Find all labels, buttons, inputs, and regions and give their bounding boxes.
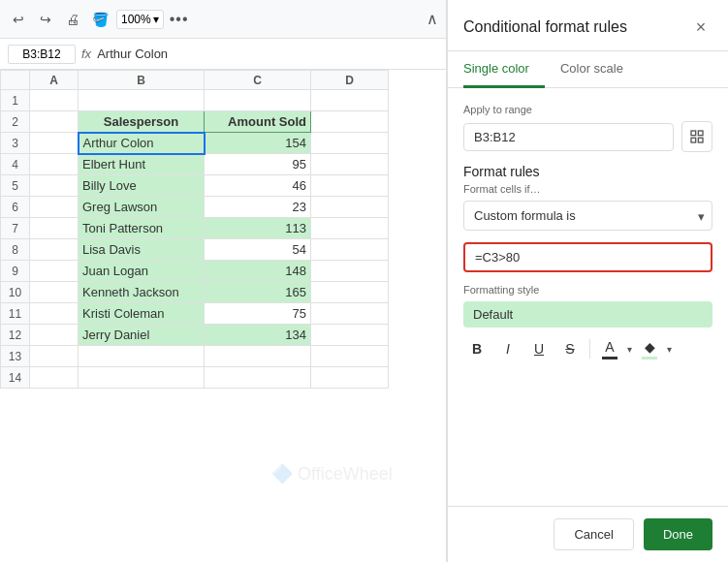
cell-a11[interactable] bbox=[30, 303, 79, 325]
row-header-4: 4 bbox=[1, 154, 30, 175]
row-header-8: 8 bbox=[1, 239, 30, 261]
cell-a5[interactable] bbox=[30, 175, 79, 197]
format-condition-dropdown-wrapper: Custom formula is Is empty Is not empty … bbox=[463, 201, 712, 231]
cell-c1[interactable] bbox=[205, 90, 311, 111]
formula-content: Arthur Colon bbox=[97, 47, 438, 61]
strikethrough-button[interactable]: S bbox=[556, 335, 584, 362]
cell-a6[interactable] bbox=[30, 197, 79, 218]
cell-d11[interactable] bbox=[311, 303, 389, 325]
cell-c9[interactable]: 148 bbox=[205, 261, 311, 282]
cell-a3[interactable] bbox=[30, 133, 79, 154]
fx-icon: fx bbox=[81, 47, 91, 61]
cell-b11[interactable]: Kristi Coleman bbox=[79, 303, 205, 325]
format-condition-dropdown[interactable]: Custom formula is Is empty Is not empty … bbox=[463, 201, 712, 231]
cancel-button[interactable]: Cancel bbox=[554, 518, 633, 550]
cell-d6[interactable] bbox=[311, 197, 389, 218]
cell-c6[interactable]: 23 bbox=[205, 197, 311, 218]
bold-button[interactable]: B bbox=[463, 335, 491, 362]
cell-b7[interactable]: Toni Patterson bbox=[79, 218, 205, 239]
cell-a7[interactable] bbox=[30, 218, 79, 239]
cell-a13[interactable] bbox=[30, 346, 79, 367]
cell-c11[interactable]: 75 bbox=[205, 303, 311, 325]
cell-b3[interactable]: Arthur Colon bbox=[79, 133, 205, 154]
close-panel-button[interactable]: × bbox=[689, 16, 712, 39]
cell-d8[interactable] bbox=[311, 239, 389, 261]
italic-button[interactable]: I bbox=[494, 335, 522, 362]
cell-c2[interactable]: Amount Sold bbox=[205, 111, 311, 133]
paint-format-button[interactable]: 🪣 bbox=[89, 9, 111, 30]
cell-b12[interactable]: Jerry Daniel bbox=[79, 325, 205, 346]
cell-b6[interactable]: Greg Lawson bbox=[79, 197, 205, 218]
col-header-d[interactable]: D bbox=[311, 71, 389, 90]
cell-c10[interactable]: 165 bbox=[205, 282, 311, 303]
format-rules-label: Format rules bbox=[463, 164, 712, 179]
more-options-button[interactable]: ••• bbox=[170, 11, 189, 28]
zoom-value: 100% bbox=[121, 13, 151, 26]
default-style-preview: Default bbox=[463, 301, 712, 328]
cell-b14[interactable] bbox=[79, 367, 205, 389]
text-color-arrow[interactable]: ▾ bbox=[627, 344, 632, 355]
cell-c12[interactable]: 134 bbox=[205, 325, 311, 346]
cell-a14[interactable] bbox=[30, 367, 79, 389]
tab-color-scale[interactable]: Color scale bbox=[545, 51, 639, 88]
done-button[interactable]: Done bbox=[644, 518, 712, 550]
cell-d4[interactable] bbox=[311, 154, 389, 175]
row-header-9: 9 bbox=[1, 261, 30, 282]
cell-b10[interactable]: Kenneth Jackson bbox=[79, 282, 205, 303]
cell-d14[interactable] bbox=[311, 367, 389, 389]
fill-color-button[interactable]: ◆ bbox=[636, 335, 663, 362]
cell-c3[interactable]: 154 bbox=[205, 133, 311, 154]
cell-c4[interactable]: 95 bbox=[205, 154, 311, 175]
cell-b8[interactable]: Lisa Davis bbox=[79, 239, 205, 261]
cell-d7[interactable] bbox=[311, 218, 389, 239]
cell-c14[interactable] bbox=[205, 367, 311, 389]
cell-b9[interactable]: Juan Logan bbox=[79, 261, 205, 282]
cell-b2[interactable]: Salesperson bbox=[79, 111, 205, 133]
spreadsheet-area: ↩ ↪ 🖨 🪣 100% ▾ ••• ∧ fx Arthur Colon bbox=[0, 0, 447, 562]
tab-single-color[interactable]: Single color bbox=[463, 51, 545, 88]
spreadsheet-table: A B C D 12SalespersonAmount Sold3Arthur … bbox=[0, 70, 389, 389]
cell-a9[interactable] bbox=[30, 261, 79, 282]
cell-a2[interactable] bbox=[30, 111, 79, 133]
undo-button[interactable]: ↩ bbox=[8, 9, 29, 30]
cell-d2[interactable] bbox=[311, 111, 389, 133]
cell-c5[interactable]: 46 bbox=[205, 175, 311, 197]
cell-d13[interactable] bbox=[311, 346, 389, 367]
formula-input[interactable] bbox=[463, 242, 712, 272]
corner-cell bbox=[1, 71, 30, 90]
cell-d1[interactable] bbox=[311, 90, 389, 111]
zoom-select[interactable]: 100% ▾ bbox=[116, 10, 164, 29]
cell-d10[interactable] bbox=[311, 282, 389, 303]
cell-b4[interactable]: Elbert Hunt bbox=[79, 154, 205, 175]
cell-a8[interactable] bbox=[30, 239, 79, 261]
cell-c7[interactable]: 113 bbox=[205, 218, 311, 239]
cell-a12[interactable] bbox=[30, 325, 79, 346]
redo-button[interactable]: ↪ bbox=[35, 9, 56, 30]
print-button[interactable]: 🖨 bbox=[62, 9, 83, 30]
cell-b1[interactable] bbox=[79, 90, 205, 111]
cell-d3[interactable] bbox=[311, 133, 389, 154]
cell-a1[interactable] bbox=[30, 90, 79, 111]
cell-a10[interactable] bbox=[30, 282, 79, 303]
cell-d9[interactable] bbox=[311, 261, 389, 282]
cell-c13[interactable] bbox=[205, 346, 311, 367]
fill-color-indicator bbox=[642, 357, 657, 359]
underline-button[interactable]: U bbox=[525, 335, 553, 362]
cell-b13[interactable] bbox=[79, 346, 205, 367]
col-header-a[interactable]: A bbox=[30, 71, 79, 90]
fill-color-arrow[interactable]: ▾ bbox=[667, 344, 672, 355]
col-header-b[interactable]: B bbox=[79, 71, 205, 90]
text-color-button[interactable]: A bbox=[596, 335, 623, 362]
cell-d5[interactable] bbox=[311, 175, 389, 197]
cell-b5[interactable]: Billy Love bbox=[79, 175, 205, 197]
cell-c8[interactable]: 54 bbox=[205, 239, 311, 261]
col-header-c[interactable]: C bbox=[205, 71, 311, 90]
range-picker-button[interactable] bbox=[681, 121, 712, 152]
cell-d12[interactable] bbox=[311, 325, 389, 346]
range-input[interactable] bbox=[463, 123, 674, 151]
apply-to-range-section: Apply to range bbox=[463, 104, 712, 152]
cell-a4[interactable] bbox=[30, 154, 79, 175]
cell-reference-input[interactable] bbox=[8, 45, 76, 64]
grid-container[interactable]: A B C D 12SalespersonAmount Sold3Arthur … bbox=[0, 70, 446, 562]
collapse-button[interactable]: ∧ bbox=[427, 10, 438, 28]
